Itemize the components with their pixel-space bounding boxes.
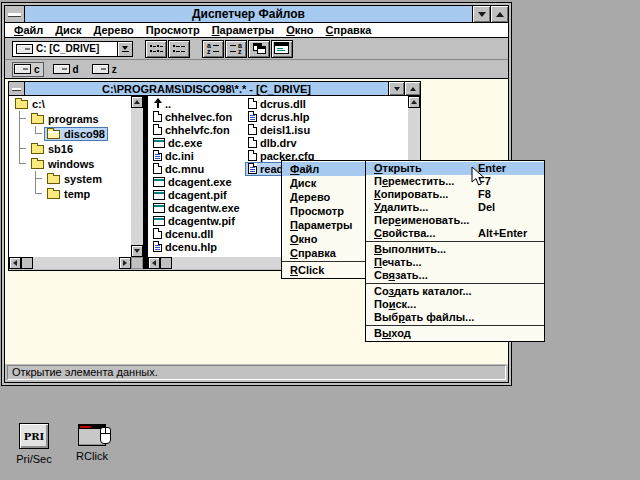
directory-minimize-button[interactable] xyxy=(388,82,404,95)
file-item-dc.ini[interactable]: dc.ini xyxy=(148,149,243,162)
menu-item[interactable]: ОткрытьEnter xyxy=(366,162,544,175)
directory-maximize-button[interactable] xyxy=(404,82,420,95)
menu-item[interactable]: Параметры xyxy=(282,218,365,232)
directory-system-menu-button[interactable] xyxy=(9,82,25,95)
menu-item[interactable]: Печать... xyxy=(366,256,544,269)
file-item-dcenu.hlp[interactable]: dcenu.hlp xyxy=(148,240,243,253)
tree-item-system[interactable]: system xyxy=(9,171,131,186)
menubar-item[interactable]: Файл xyxy=(8,24,49,36)
menu-item[interactable]: Справка xyxy=(282,246,365,260)
menubar-item[interactable]: Параметры xyxy=(206,24,280,36)
system-menu-button[interactable] xyxy=(5,6,25,22)
menubar-item[interactable]: Просмотр xyxy=(140,24,206,36)
menu-item[interactable]: Выбрать файлы... xyxy=(366,311,544,324)
file-item-..[interactable]: .. xyxy=(148,97,243,110)
maximize-button[interactable] xyxy=(490,6,508,22)
scroll-down-button[interactable] xyxy=(131,245,143,257)
file-item-dcrus.hlp[interactable]: dcrus.hlp xyxy=(243,110,338,123)
menu-item[interactable]: Переименовать... xyxy=(366,214,544,227)
menu-item[interactable]: Выход xyxy=(366,327,544,340)
tree-item-disco98[interactable]: disco98 xyxy=(9,126,131,141)
drive-selector[interactable]: C: [C_DRIVE] xyxy=(12,41,118,57)
folder-entry: programs xyxy=(29,113,101,125)
scroll-track[interactable] xyxy=(33,257,119,269)
menu-item[interactable]: Свойства...Alt+Enter xyxy=(366,227,544,240)
tree-item-c[interactable]: c:\ xyxy=(9,96,131,111)
file-item-dcagent.pif[interactable]: dcagent.pif xyxy=(148,188,243,201)
tree-horizontal-scrollbar[interactable] xyxy=(9,257,131,269)
desktop: Диспетчер Файлов ФайлДискДеревоПросмотрП… xyxy=(0,0,640,480)
menu-item[interactable]: Окно xyxy=(282,232,365,246)
drive-button-z[interactable]: z xyxy=(91,63,120,76)
menu-item[interactable]: RClick xyxy=(282,263,365,277)
menu-item-label: Создать каталог... xyxy=(374,285,472,297)
tree-item-temp[interactable]: temp xyxy=(9,186,131,201)
tree-vertical-scrollbar[interactable] xyxy=(131,96,143,257)
drive-combo-dropdown-button[interactable] xyxy=(118,41,133,57)
window-view-button[interactable] xyxy=(271,40,293,58)
menu-item-label: RClick xyxy=(290,264,324,276)
directory-titlebar[interactable]: C:\PROGRAMS\DISCO98\*.* - [C_DRIVE] xyxy=(9,82,420,96)
rclick-window-mouse-icon[interactable] xyxy=(78,424,106,446)
menubar-item[interactable]: Справка xyxy=(320,24,378,36)
tree-item-sb16[interactable]: sb16 xyxy=(9,141,131,156)
scroll-up-button[interactable] xyxy=(131,96,143,108)
menu-item[interactable]: Поиск... xyxy=(366,298,544,311)
view-details-button[interactable] xyxy=(168,40,190,58)
menu-item[interactable]: Удалить...Del xyxy=(366,201,544,214)
menu-item[interactable]: Просмотр xyxy=(282,204,365,218)
menubar-item[interactable]: Диск xyxy=(49,24,87,36)
folder-entry: c:\ xyxy=(13,98,47,110)
menu-item[interactable]: Связать... xyxy=(366,269,544,282)
view-names-button[interactable] xyxy=(145,40,167,58)
drive-letter: c xyxy=(34,64,40,75)
file-item-dcenu.dll[interactable]: dcenu.dll xyxy=(148,227,243,240)
maximize-icon xyxy=(410,87,416,91)
scroll-left-button[interactable] xyxy=(9,257,21,269)
updir-icon xyxy=(153,98,162,109)
file-item-dlb.drv[interactable]: dlb.drv xyxy=(243,136,338,149)
file-item-dcagentw.exe[interactable]: dcagentw.exe xyxy=(148,201,243,214)
minimize-button[interactable] xyxy=(472,6,490,22)
scroll-track[interactable] xyxy=(131,108,143,245)
scroll-up-button[interactable] xyxy=(408,96,420,108)
menu-item[interactable]: Переместить...F7 xyxy=(366,175,544,188)
file-item-chhelvec.fon[interactable]: chhelvec.fon xyxy=(148,110,243,123)
file-item-deisl1.isu[interactable]: deisl1.isu xyxy=(243,123,338,136)
menubar-item[interactable]: Дерево xyxy=(88,24,140,36)
menu-item[interactable]: Диск xyxy=(282,176,365,190)
tree-item-windows[interactable]: windows xyxy=(9,156,131,171)
scroll-left-button[interactable] xyxy=(148,257,160,269)
file-item-dc.mnu[interactable]: dc.mnu xyxy=(148,162,243,175)
pri-sec-icon[interactable]: PRI xyxy=(19,423,49,449)
menu-item[interactable]: Дерево xyxy=(282,190,365,204)
file-item-dcrus.dll[interactable]: dcrus.dll xyxy=(243,97,338,110)
file-item-dc.exe[interactable]: dc.exe xyxy=(148,136,243,149)
menubar-item[interactable]: Окно xyxy=(280,24,319,36)
drive-button-d[interactable]: d xyxy=(52,63,82,76)
status-bar: Открытие элемента данных. xyxy=(5,364,508,382)
desktop-icon-rclick[interactable]: RClick xyxy=(66,424,118,462)
menu-item[interactable]: Создать каталог... xyxy=(366,285,544,298)
tree-item-programs[interactable]: programs xyxy=(9,111,131,126)
copy-window-button[interactable] xyxy=(248,40,270,58)
sort-name-asc-button[interactable]: az xyxy=(202,40,224,58)
file-item-dcagent.exe[interactable]: dcagent.exe xyxy=(148,175,243,188)
scroll-thumb[interactable] xyxy=(21,257,33,269)
file-name: dcrus.dll xyxy=(260,98,306,110)
desktop-icon-pri-sec[interactable]: PRI Pri/Sec xyxy=(8,423,60,465)
menu-item-label: Открыть xyxy=(374,162,422,174)
menu-item[interactable]: Выполнить... xyxy=(366,243,544,256)
menu-item[interactable]: Копировать...F8 xyxy=(366,188,544,201)
scrollbar-corner xyxy=(131,257,143,269)
scroll-thumb[interactable] xyxy=(160,257,172,269)
file-item-chhelvfc.fon[interactable]: chhelvfc.fon xyxy=(148,123,243,136)
file-name: dlb.drv xyxy=(260,137,297,149)
sort-name-desc-button[interactable]: az xyxy=(225,40,247,58)
file-item-dcagentw.pif[interactable]: dcagentw.pif xyxy=(148,214,243,227)
menu-bar: ФайлДискДеревоПросмотрПараметрыОкноСправ… xyxy=(5,23,508,38)
scroll-right-button[interactable] xyxy=(119,257,131,269)
titlebar[interactable]: Диспетчер Файлов xyxy=(5,6,508,23)
menu-item[interactable]: Файл xyxy=(282,162,365,176)
drive-button-c[interactable]: c xyxy=(13,63,43,76)
